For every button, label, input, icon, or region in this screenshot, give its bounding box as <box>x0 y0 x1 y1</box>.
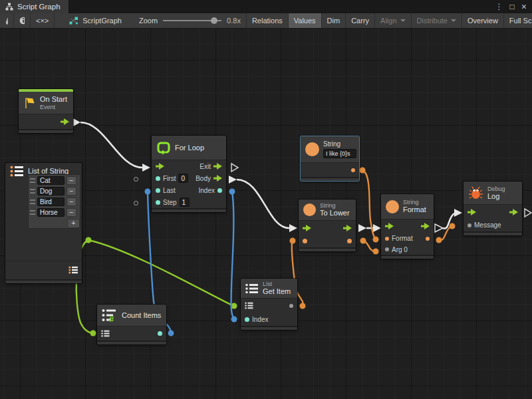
list-item-row: − <box>30 208 78 217</box>
control-out-port[interactable] <box>509 209 518 215</box>
last-in-port[interactable] <box>156 188 160 193</box>
list-editor: − − − − + <box>28 174 80 229</box>
node-count-items[interactable]: # Count Items <box>97 305 166 344</box>
remove-item-button[interactable]: − <box>66 187 76 196</box>
node-debug-log[interactable]: Debug Log Message <box>464 182 522 235</box>
toolbar-button-dim[interactable]: Dim <box>322 13 346 28</box>
toolbar-button-fullscreen[interactable]: Full Screen <box>504 13 532 28</box>
node-to-lower[interactable]: String To Lower <box>299 200 356 251</box>
wire-stringliteral-to-format[interactable] <box>362 170 376 239</box>
remove-item-button[interactable]: − <box>66 198 76 206</box>
node-list-of-string[interactable]: List of String − − − − <box>5 163 82 283</box>
drag-handle-icon[interactable] <box>30 210 35 215</box>
string-out-port[interactable] <box>347 239 352 243</box>
graph-canvas[interactable]: On Start Event List of String − <box>0 29 532 399</box>
zoom-slider[interactable] <box>163 20 221 21</box>
zoom-value: 0.8x <box>227 17 241 25</box>
lock-button[interactable] <box>0 13 14 28</box>
control-in-port[interactable] <box>303 222 311 234</box>
exit-out-port[interactable] <box>213 163 222 170</box>
close-icon[interactable]: × <box>521 0 527 13</box>
string-in-port[interactable] <box>303 239 307 243</box>
node-string-literal[interactable]: String <box>301 136 359 181</box>
node-footer <box>464 231 522 235</box>
string-type-icon <box>305 142 319 156</box>
wire-list-to-getitem[interactable] <box>88 240 233 306</box>
list-item-field[interactable] <box>37 198 65 206</box>
tab-script-graph[interactable]: Script Graph <box>0 0 69 13</box>
port-forloop-first-unconnected[interactable] <box>134 177 138 182</box>
first-value-field[interactable] <box>178 174 188 183</box>
body-out-port[interactable] <box>213 175 222 182</box>
control-out-port[interactable] <box>343 225 352 231</box>
zoom-slider-handle[interactable] <box>211 17 217 24</box>
remove-item-button[interactable]: − <box>66 176 76 185</box>
toolbar-button-relations[interactable]: Relations <box>247 13 289 28</box>
drag-handle-icon[interactable] <box>30 189 35 194</box>
list-out-port[interactable] <box>68 266 78 274</box>
list-item-field[interactable] <box>37 176 65 185</box>
chevron-down-icon <box>400 19 406 22</box>
control-in-port[interactable] <box>385 220 394 232</box>
wire-forloop-body-to-tolower[interactable] <box>237 180 289 228</box>
graph-selector[interactable]: ScriptGraph <box>64 13 127 28</box>
drag-handle-icon[interactable] <box>30 178 35 183</box>
menu-icon[interactable]: ⋮ <box>495 0 503 13</box>
zoom-control: Zoom 0.8x <box>127 13 246 28</box>
message-in-port[interactable] <box>467 223 471 227</box>
toolbar-button-distribute[interactable]: Distribute <box>412 13 462 28</box>
control-out-port[interactable] <box>61 118 69 125</box>
first-in-port[interactable] <box>156 176 160 181</box>
count-items-icon: # <box>102 309 118 323</box>
format-in-port[interactable] <box>385 237 389 241</box>
index-in-port[interactable] <box>245 317 249 322</box>
control-out-port[interactable] <box>421 223 430 229</box>
step-in-port[interactable] <box>156 200 160 205</box>
arg0-in-port[interactable] <box>385 247 389 251</box>
node-type-label: String <box>320 202 350 209</box>
remove-item-button[interactable]: − <box>66 208 76 217</box>
list-item-field[interactable] <box>37 187 65 196</box>
result-out-port[interactable] <box>426 237 430 241</box>
wire-format-to-debuglog[interactable] <box>443 213 454 229</box>
node-title: On Start <box>40 95 67 104</box>
item-out-port[interactable] <box>289 304 293 308</box>
lock-icon <box>5 17 8 25</box>
port-debuglog-exit-unconnected[interactable] <box>525 209 531 217</box>
node-footer <box>152 208 226 212</box>
control-in-port[interactable] <box>156 160 164 172</box>
wire-forloop-index-to-getitem[interactable] <box>231 192 234 319</box>
wire-tolower-to-format-arg0[interactable] <box>363 241 374 251</box>
code-view-button[interactable]: <×> <box>31 13 55 28</box>
node-title: Log <box>487 192 505 201</box>
port-forloop-exit-unconnected[interactable] <box>231 164 238 172</box>
node-for-loop[interactable]: For Loop Exit First Body Last Index <box>152 136 226 212</box>
port-label-body: Body <box>196 175 211 182</box>
node-get-item[interactable]: List Get Item Index <box>241 279 297 330</box>
step-value-field[interactable] <box>180 198 190 207</box>
toolbar-button-carry[interactable]: Carry <box>346 13 375 28</box>
wire-format-to-debuglog-message[interactable] <box>439 226 452 240</box>
drag-handle-icon[interactable] <box>30 200 35 204</box>
list-in-port[interactable] <box>101 328 110 340</box>
node-on-start[interactable]: On Start Event <box>19 89 73 133</box>
wire-onstart-to-forloop[interactable] <box>65 122 142 168</box>
list-item-field[interactable] <box>37 208 65 217</box>
control-in-port[interactable] <box>467 206 476 218</box>
count-out-port[interactable] <box>158 331 162 336</box>
zoom-label: Zoom <box>139 17 158 25</box>
port-label-index: Index <box>252 316 268 323</box>
string-out-port[interactable] <box>351 168 355 172</box>
index-out-port[interactable] <box>217 188 222 193</box>
list-in-port[interactable] <box>245 300 253 312</box>
info-button[interactable] <box>14 13 31 28</box>
string-value-field[interactable] <box>323 149 356 158</box>
add-item-button[interactable]: + <box>67 219 80 228</box>
node-format[interactable]: String Format Format Arg 0 <box>381 194 434 259</box>
maximize-icon[interactable]: □ <box>510 0 515 13</box>
toolbar-button-overview[interactable]: Overview <box>462 13 504 28</box>
port-forloop-step-unconnected[interactable] <box>134 201 138 205</box>
toolbar-button-align[interactable]: Align <box>375 13 411 28</box>
hierarchy-icon <box>5 3 13 11</box>
toolbar-button-values[interactable]: Values <box>289 13 322 28</box>
